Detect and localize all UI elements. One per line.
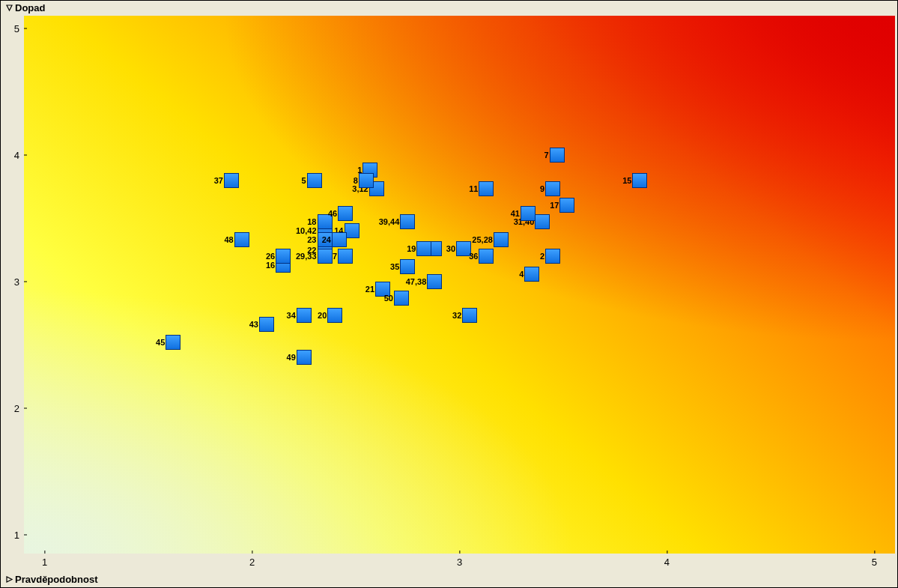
- data-point-label: 18: [307, 217, 317, 226]
- arrow-down-icon: [5, 2, 13, 16]
- x-tick: 5: [872, 554, 877, 568]
- data-point-label: 19: [407, 244, 416, 253]
- x-tick: 3: [457, 554, 462, 568]
- data-point[interactable]: [332, 232, 347, 247]
- y-axis-header: Dopad: [2, 1, 45, 15]
- data-point[interactable]: [427, 274, 442, 289]
- data-point-label: 32: [452, 311, 462, 320]
- data-point[interactable]: [559, 198, 574, 213]
- data-point[interactable]: [479, 181, 494, 196]
- data-point-label: 34: [287, 311, 297, 320]
- data-point[interactable]: [359, 173, 374, 188]
- data-point[interactable]: [632, 173, 647, 188]
- data-point[interactable]: [307, 173, 322, 188]
- data-point-label: 50: [384, 294, 394, 303]
- data-point[interactable]: [535, 214, 550, 229]
- data-point-label: 39,44: [379, 217, 401, 226]
- data-point-label: 7: [544, 151, 550, 160]
- data-point[interactable]: [494, 232, 509, 247]
- data-point[interactable]: [297, 308, 312, 323]
- data-point-label: 35: [390, 262, 400, 271]
- data-point[interactable]: [479, 249, 494, 264]
- data-point-label: 21: [365, 285, 375, 294]
- data-point[interactable]: [276, 249, 291, 264]
- data-point-label: 4: [519, 270, 524, 279]
- data-point-label: 9: [540, 184, 545, 193]
- data-point[interactable]: [394, 291, 409, 306]
- data-point[interactable]: [400, 214, 415, 229]
- data-point[interactable]: [524, 267, 539, 282]
- y-tick: 2: [14, 402, 24, 413]
- x-tick: 2: [249, 554, 255, 568]
- data-point[interactable]: [234, 232, 249, 247]
- x-tick: 1: [42, 554, 47, 568]
- data-point[interactable]: [545, 181, 560, 196]
- data-point-label: 29,33: [296, 252, 318, 261]
- y-axis-label: Dopad: [15, 2, 45, 13]
- chart-frame: Dopad Pravděpodobnost 1234512345123,1245…: [0, 0, 898, 588]
- data-point[interactable]: [327, 308, 342, 323]
- data-point-label: 26: [266, 252, 276, 261]
- y-tick: 3: [14, 276, 24, 287]
- data-point-label: 49: [287, 353, 297, 362]
- y-tick: 5: [14, 22, 24, 34]
- data-point[interactable]: [338, 206, 353, 221]
- data-point-label: 47,38: [406, 277, 428, 286]
- data-point-label: 46: [328, 209, 338, 218]
- plot-container: 1234512345123,1245678910,421114151617181…: [3, 16, 895, 572]
- data-point-label: 45: [156, 338, 166, 347]
- data-point-label: 23: [307, 235, 317, 244]
- data-point-label: 20: [318, 311, 327, 320]
- data-point-label: 10,42: [296, 226, 318, 235]
- x-tick: 4: [664, 554, 670, 568]
- plot-area: 1234512345123,1245678910,421114151617181…: [24, 16, 895, 554]
- y-tick: 1: [14, 529, 24, 540]
- data-point[interactable]: [338, 249, 353, 264]
- data-point[interactable]: [259, 317, 274, 332]
- x-axis-label: Pravděpodobnost: [15, 574, 98, 585]
- data-point[interactable]: [166, 335, 180, 350]
- arrow-right-icon: [5, 574, 13, 587]
- data-point-label: 15: [622, 176, 632, 185]
- data-point-label: 5: [302, 176, 307, 185]
- data-point-label: 41: [511, 209, 521, 218]
- data-point-label: 8: [354, 176, 359, 185]
- data-point-label: 11: [469, 184, 479, 193]
- data-point-label: 2: [540, 252, 545, 261]
- data-point-label: 43: [249, 320, 259, 329]
- data-point[interactable]: [550, 148, 565, 163]
- data-point[interactable]: [400, 259, 415, 274]
- data-point-label: 37: [214, 176, 224, 185]
- data-point-label: 17: [550, 201, 559, 210]
- y-tick: 4: [14, 149, 24, 160]
- data-point[interactable]: [521, 206, 536, 221]
- data-point[interactable]: [297, 350, 312, 365]
- data-point-label: 48: [225, 235, 234, 244]
- x-axis-header: Pravděpodobnost: [2, 573, 98, 587]
- data-point[interactable]: [224, 173, 239, 188]
- data-point-label: 16: [266, 261, 276, 270]
- data-point[interactable]: [545, 249, 560, 264]
- data-point-label: 25,28: [472, 235, 494, 244]
- data-point[interactable]: [318, 249, 333, 264]
- data-point-label: 36: [469, 252, 479, 261]
- data-point-label: 24: [322, 235, 332, 244]
- data-point-label: 30: [446, 244, 456, 253]
- data-point[interactable]: [416, 241, 431, 256]
- data-point[interactable]: [462, 308, 477, 323]
